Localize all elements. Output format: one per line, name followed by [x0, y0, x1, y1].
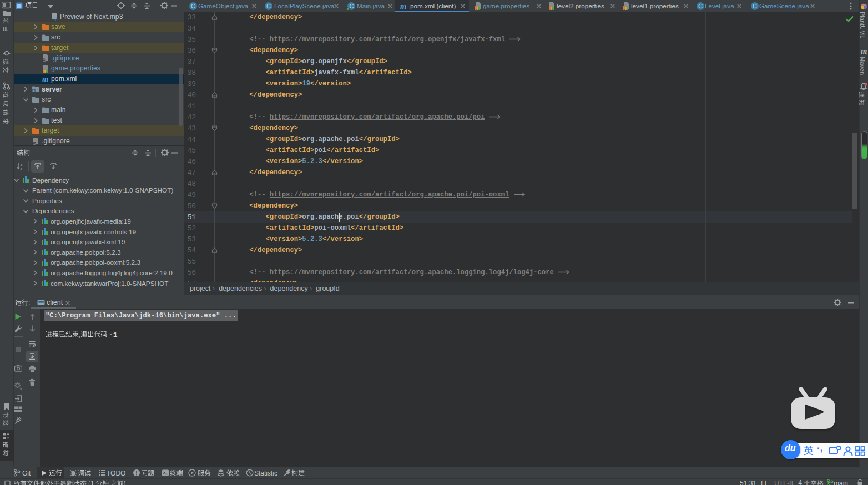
svg-text:m: m — [400, 2, 406, 11]
svg-text:C: C — [266, 3, 271, 9]
svg-text:?: ? — [54, 16, 57, 21]
svg-text:a: a — [21, 163, 23, 166]
svg-text:C: C — [753, 3, 757, 9]
svg-text:m: m — [42, 75, 48, 83]
svg-text:m: m — [861, 47, 867, 54]
svg-text:C: C — [350, 3, 354, 9]
svg-text:C: C — [698, 3, 703, 9]
svg-text:z: z — [21, 166, 22, 170]
svg-text:C: C — [191, 3, 195, 9]
